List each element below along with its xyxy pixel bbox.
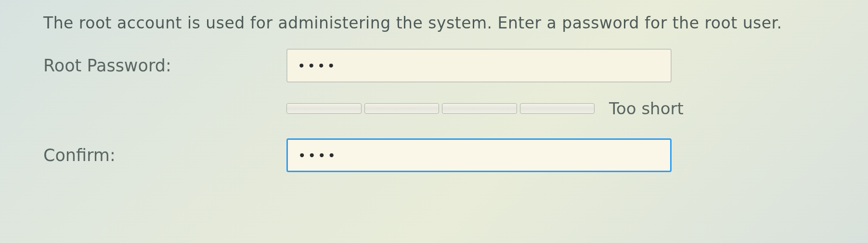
root-password-field-wrapper	[286, 49, 672, 82]
confirm-password-label: Confirm:	[43, 146, 286, 165]
root-password-input[interactable]	[286, 49, 672, 82]
confirm-password-input[interactable]	[286, 138, 672, 172]
root-password-panel: The root account is used for administeri…	[0, 0, 868, 172]
strength-segment	[442, 103, 517, 114]
confirm-password-field-wrapper	[286, 138, 672, 172]
password-strength-row: Too short	[43, 88, 825, 133]
password-strength-meter	[286, 103, 595, 114]
strength-segment	[286, 103, 362, 114]
password-strength-label: Too short	[595, 99, 684, 118]
instruction-text: The root account is used for administeri…	[43, 14, 825, 32]
confirm-password-row: Confirm:	[43, 138, 825, 172]
root-password-label: Root Password:	[43, 56, 286, 75]
strength-segment	[520, 103, 595, 114]
strength-segment	[364, 103, 440, 114]
password-strength-area: Too short	[286, 99, 684, 118]
root-password-row: Root Password:	[43, 49, 825, 82]
